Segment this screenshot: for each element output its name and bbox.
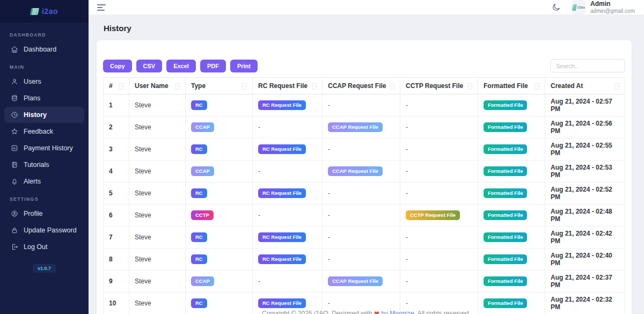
- theme-toggle-button[interactable]: [552, 3, 561, 12]
- sidebar-item-label: History: [24, 111, 47, 119]
- sidebar-item-payment-history[interactable]: Payment History: [4, 140, 84, 156]
- created-at-cell: Aug 21, 2024 - 02:52 PM: [545, 182, 625, 205]
- copy-button[interactable]: Copy: [103, 60, 132, 72]
- sort-icon: [242, 83, 247, 90]
- user-menu[interactable]: i2ao Admin admin@gmail.com: [572, 0, 635, 14]
- rc-file-cell: -: [253, 160, 323, 182]
- cctp-file-cell: -: [400, 138, 478, 160]
- column-header-ccap-request-file[interactable]: CCAP Request File: [323, 78, 400, 94]
- row-number-cell: 7: [104, 227, 129, 249]
- row-number-cell: 8: [104, 249, 129, 271]
- bar-chart-icon: [11, 144, 18, 152]
- sidebar-item-alerts[interactable]: Alerts: [4, 173, 84, 189]
- user-name-cell: Steve: [129, 160, 186, 182]
- formatted-file-badge[interactable]: Formatted File: [484, 276, 527, 286]
- rc-file-badge[interactable]: RC Request File: [258, 144, 306, 154]
- sidebar-item-label: Payment History: [24, 144, 73, 152]
- formatted-file-badge[interactable]: Formatted File: [484, 232, 527, 242]
- rc-file-badge[interactable]: RC Request File: [258, 254, 306, 264]
- search-input[interactable]: [550, 59, 625, 72]
- heart-icon: ❤: [374, 310, 379, 314]
- created-at-cell: Aug 21, 2024 - 02:55 PM: [545, 138, 625, 160]
- column-header-user-name[interactable]: User Name: [129, 78, 186, 94]
- column-header-formatted-file[interactable]: Formatted File: [478, 78, 545, 94]
- csv-button[interactable]: CSV: [136, 60, 163, 72]
- formatted-file-badge[interactable]: Formatted File: [484, 100, 527, 109]
- app-window: i2ao DASHBOARD Dashboard MAIN Users Plan…: [0, 0, 644, 314]
- sidebar-item-log-out[interactable]: Log Out: [4, 239, 84, 255]
- sidebar-item-users[interactable]: Users: [4, 74, 84, 90]
- row-number-cell: 3: [104, 138, 129, 160]
- history-table: # User Name Type RC Request File CCAP Re…: [103, 77, 625, 314]
- brand-link[interactable]: Moonize.: [390, 310, 416, 314]
- type-badge: RC: [191, 298, 207, 308]
- formatted-file-badge[interactable]: Formatted File: [484, 188, 527, 198]
- rc-file-badge[interactable]: RC Request File: [258, 232, 306, 242]
- formatted-file-badge[interactable]: Formatted File: [484, 144, 527, 154]
- sidebar-item-label: Plans: [24, 94, 40, 102]
- sidebar-item-feedback[interactable]: Feedback: [4, 123, 84, 140]
- sidebar-section-label: DASHBOARD: [0, 26, 89, 41]
- table-header-row: # User Name Type RC Request File CCAP Re…: [104, 78, 625, 94]
- sidebar-item-tutorials[interactable]: Tutorials: [4, 157, 84, 173]
- user-email: admin@gmail.com: [590, 8, 635, 14]
- pdf-button[interactable]: PDF: [200, 60, 226, 72]
- column-header-index[interactable]: #: [104, 78, 129, 94]
- lock-icon: [11, 227, 18, 234]
- sidebar-section-label: SETTINGS: [0, 190, 89, 205]
- sidebar-item-history[interactable]: History: [4, 107, 84, 123]
- logout-icon: [11, 243, 18, 251]
- table-row: 3 Steve RC RC Request File - - Formatted…: [104, 138, 625, 160]
- sidebar-item-update-password[interactable]: Update Password: [4, 222, 84, 238]
- document-icon: [11, 161, 18, 169]
- sidebar-logo[interactable]: i2ao: [0, 0, 89, 23]
- formatted-file-badge[interactable]: Formatted File: [484, 166, 527, 176]
- sidebar-item-plans[interactable]: Plans: [4, 90, 84, 106]
- sidebar-item-profile[interactable]: Profile: [4, 206, 84, 222]
- sidebar-item-label: Profile: [24, 210, 42, 217]
- formatted-file-badge[interactable]: Formatted File: [484, 254, 527, 264]
- ccap-file-badge[interactable]: CCAP Request File: [328, 276, 383, 286]
- rc-file-badge[interactable]: RC Request File: [258, 188, 306, 198]
- star-icon: [11, 128, 18, 135]
- excel-button[interactable]: Excel: [166, 60, 196, 72]
- table-row: 1 Steve RC RC Request File - - Formatted…: [104, 94, 625, 116]
- created-at-cell: Aug 21, 2024 - 02:37 PM: [545, 271, 625, 293]
- type-badge: CCAP: [191, 122, 214, 132]
- copyright-text: Copyright © 2025 i2AO. Designed with ❤ b…: [89, 310, 644, 314]
- cctp-file-badge[interactable]: CCTP Request File: [406, 210, 460, 220]
- sort-icon: [390, 83, 394, 90]
- formatted-file-badge[interactable]: Formatted File: [484, 298, 527, 308]
- topbar: i2ao Admin admin@gmail.com: [89, 0, 644, 14]
- export-buttons: Copy CSV Excel PDF Print: [103, 60, 258, 72]
- page-title: History: [97, 14, 632, 40]
- column-header-cctp-request-file[interactable]: CCTP Request File: [400, 78, 478, 94]
- users-icon: [11, 78, 18, 85]
- cctp-file-cell: -: [400, 160, 478, 182]
- profile-circle-icon: [11, 210, 18, 217]
- rc-file-badge[interactable]: RC Request File: [258, 100, 306, 109]
- ccap-file-badge[interactable]: CCAP Request File: [328, 166, 383, 176]
- sort-icon: [175, 83, 180, 90]
- row-number-cell: 9: [104, 271, 129, 293]
- user-name-cell: Steve: [129, 182, 186, 205]
- avatar-logo-text: i2ao: [577, 5, 585, 9]
- formatted-file-badge[interactable]: Formatted File: [484, 210, 527, 220]
- table-row: 6 Steve CCTP - - CCTP Request File Forma…: [104, 205, 625, 227]
- menu-icon[interactable]: [97, 3, 107, 12]
- rc-file-badge[interactable]: RC Request File: [258, 298, 306, 308]
- created-at-cell: Aug 21, 2024 - 02:53 PM: [545, 160, 625, 182]
- sidebar-item-dashboard[interactable]: Dashboard: [4, 41, 84, 57]
- row-number-cell: 1: [104, 94, 129, 116]
- column-header-created-at[interactable]: Created At: [545, 78, 625, 94]
- sidebar-section-label: MAIN: [0, 58, 89, 73]
- row-number-cell: 6: [104, 205, 129, 227]
- ccap-file-cell: -: [323, 94, 400, 116]
- created-at-cell: Aug 21, 2024 - 02:40 PM: [545, 249, 625, 271]
- formatted-file-badge[interactable]: Formatted File: [484, 122, 527, 132]
- column-header-type[interactable]: Type: [186, 78, 253, 94]
- ccap-file-badge[interactable]: CCAP Request File: [328, 122, 383, 132]
- cctp-file-cell: -: [400, 249, 478, 271]
- print-button[interactable]: Print: [230, 60, 258, 72]
- column-header-rc-request-file[interactable]: RC Request File: [253, 78, 323, 94]
